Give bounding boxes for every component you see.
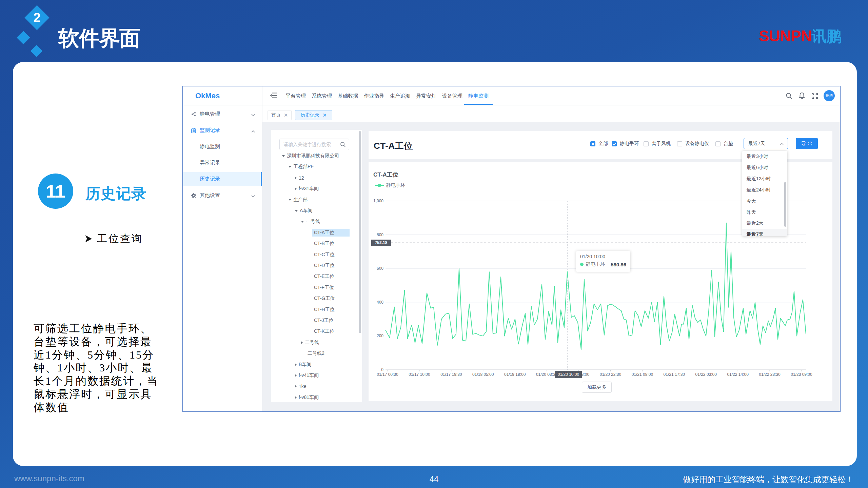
nav-item-设备管理[interactable]: 设备管理	[442, 86, 462, 105]
close-icon[interactable]: ✕	[322, 112, 327, 118]
sidebar-item-异常记录[interactable]: 异常记录	[183, 156, 262, 170]
tree-node-CT-J工位[interactable]: CT-J工位	[314, 317, 334, 325]
tree-node-B车间[interactable]: B车间	[295, 361, 311, 369]
x-axis-label: 01/20 03:30	[536, 372, 557, 377]
notification-bell-icon[interactable]	[798, 92, 805, 99]
tree-node-CT-C工位[interactable]: CT-C工位	[314, 251, 335, 259]
x-axis-label: 01/23 09:00	[791, 372, 812, 377]
caret-right-icon[interactable]	[295, 374, 297, 377]
tree-search-input[interactable]: 请输入关键字进行搜索	[279, 139, 349, 150]
sidebar-item-监测记录[interactable]: 监测记录	[183, 123, 262, 137]
brand-logo: SUNPN讯鹏	[759, 26, 841, 46]
tree-node-CT-B工位[interactable]: CT-B工位	[314, 240, 334, 248]
dropdown-option-最近24小时[interactable]: 最近24小时	[742, 184, 787, 195]
range-select[interactable]: 最近7天	[744, 138, 788, 149]
checkbox-离子风机[interactable]: 离子风机	[644, 141, 671, 147]
nav-item-作业指导[interactable]: 作业指导	[364, 86, 384, 105]
nav-item-静电监测[interactable]: 静电监测	[468, 86, 489, 105]
tree-node-f-v31车间[interactable]: f-v31车间	[295, 185, 319, 193]
tree-node-工程部PE[interactable]: 工程部PE	[289, 163, 314, 171]
tree-node-二号线2[interactable]: 二号线2	[308, 349, 324, 358]
tree-node-CT-A工位[interactable]: CT-A工位	[314, 229, 334, 237]
tree-node-CT-F工位[interactable]: CT-F工位	[314, 284, 334, 292]
caret-right-icon[interactable]	[295, 187, 297, 190]
tree-node-CT-E工位[interactable]: CT-E工位	[314, 272, 334, 281]
checkbox-全部[interactable]: 全部	[590, 141, 608, 147]
step-heading: 历史记录	[85, 184, 146, 204]
dropdown-option-最近7天[interactable]: 最近7天	[742, 229, 787, 236]
avatar[interactable]: 誉清	[824, 90, 835, 101]
description-paragraph: 可筛选工位静电手环、台垫等设备，可选择最近1分钟、5分钟、15分钟、1小时、3小…	[34, 322, 162, 414]
bullet-text: 工位查询	[97, 232, 143, 246]
fullscreen-icon[interactable]	[811, 93, 818, 99]
tree-node-一号线[interactable]: 一号线	[301, 218, 320, 226]
tree-node-CT-K工位[interactable]: CT-K工位	[314, 327, 334, 336]
tooltip-value: 580.86	[611, 262, 626, 267]
checkbox-box[interactable]	[715, 141, 721, 146]
nav-item-生产追溯[interactable]: 生产追溯	[390, 86, 410, 105]
caret-down-icon[interactable]	[289, 199, 291, 201]
x-axis-label: 01/21 08:00	[632, 372, 653, 377]
tree-node-label: 生产部	[293, 197, 308, 203]
tab-history[interactable]: 历史记录✕	[295, 110, 332, 120]
tabs-bar: 首页✕ 历史记录✕	[262, 105, 841, 122]
x-axis-label: 01/20 22:30	[600, 372, 621, 377]
tree-node-CT-H工位[interactable]: CT-H工位	[314, 306, 335, 314]
search-icon[interactable]	[786, 93, 792, 99]
checkbox-设备静电仪[interactable]: 设备静电仪	[677, 141, 709, 147]
tree-node-深圳市讯鹏科技有限公司[interactable]: 深圳市讯鹏科技有限公司	[282, 152, 339, 160]
dropdown-option-今天[interactable]: 今天	[742, 196, 787, 206]
caret-down-icon[interactable]	[295, 210, 298, 212]
tree-node-CT-G工位[interactable]: CT-G工位	[314, 294, 335, 303]
dropdown-option-最近3小时[interactable]: 最近3小时	[742, 151, 787, 162]
nav-item-异常安灯[interactable]: 异常安灯	[416, 86, 436, 105]
tree-node-label: CT-C工位	[314, 252, 335, 258]
caret-down-icon[interactable]	[282, 155, 285, 157]
tree-node-1ke[interactable]: 1ke	[295, 382, 307, 390]
caret-right-icon[interactable]	[295, 396, 297, 399]
tree-node-f-v41车间[interactable]: f-v41车间	[295, 371, 319, 380]
tab-home[interactable]: 首页✕	[268, 110, 292, 120]
dropdown-scrollbar[interactable]	[784, 182, 786, 227]
tree-scrollbar[interactable]	[359, 131, 361, 333]
export-button[interactable]: 导出	[796, 138, 818, 149]
sidebar-item-静电监测[interactable]: 静电监测	[183, 140, 262, 154]
dropdown-option-昨天[interactable]: 昨天	[742, 207, 787, 218]
checkbox-静电手环[interactable]: 静电手环	[612, 141, 639, 147]
load-more-button[interactable]: 加载更多	[582, 382, 612, 393]
nav-item-基础数据[interactable]: 基础数据	[338, 86, 358, 105]
tree-node-f-v81车间[interactable]: f-v81车间	[295, 393, 319, 402]
caret-right-icon[interactable]	[295, 177, 297, 179]
range-dropdown: 最近3小时最近6小时最近12小时最近24小时今天昨天最近2天最近7天	[742, 151, 787, 236]
sidebar-item-其他设置[interactable]: 其他设置	[183, 188, 262, 202]
tree-node-A车间[interactable]: A车间	[295, 207, 312, 215]
sidebar-item-静电管理[interactable]: 静电管理	[183, 107, 262, 121]
app-logo[interactable]: OkMes	[195, 86, 220, 105]
checkbox-label: 设备静电仪	[685, 141, 709, 147]
tree-node-12[interactable]: 12	[295, 174, 304, 182]
tree-node-二号线[interactable]: 二号线	[301, 339, 319, 347]
checkbox-box[interactable]	[677, 141, 682, 146]
tree-node-CT-D工位[interactable]: CT-D工位	[314, 262, 335, 270]
checkbox-box[interactable]	[590, 141, 595, 146]
close-icon[interactable]: ✕	[284, 112, 288, 118]
sidebar-item-label: 监测记录	[200, 127, 220, 134]
dropdown-option-最近6小时[interactable]: 最近6小时	[742, 162, 787, 173]
tree-node-生产部[interactable]: 生产部	[289, 196, 308, 204]
dropdown-option-最近12小时[interactable]: 最近12小时	[742, 173, 787, 184]
nav-item-平台管理[interactable]: 平台管理	[285, 86, 306, 105]
tree-node-label: CT-J工位	[314, 318, 334, 324]
checkbox-box[interactable]	[644, 141, 649, 146]
caret-right-icon[interactable]	[301, 341, 303, 344]
menu-fold-icon[interactable]	[270, 92, 277, 99]
caret-right-icon[interactable]	[295, 385, 297, 388]
caret-right-icon[interactable]	[295, 363, 297, 366]
nav-item-系统管理[interactable]: 系统管理	[312, 86, 332, 105]
checkbox-box[interactable]	[612, 141, 617, 146]
x-axis-label: 01/17 00:30	[377, 372, 398, 377]
caret-down-icon[interactable]	[301, 221, 304, 223]
dropdown-option-最近2天[interactable]: 最近2天	[742, 218, 787, 228]
sidebar-item-历史记录[interactable]: 历史记录	[183, 172, 262, 186]
caret-down-icon[interactable]	[289, 166, 291, 168]
checkbox-台垫[interactable]: 台垫	[715, 141, 733, 147]
